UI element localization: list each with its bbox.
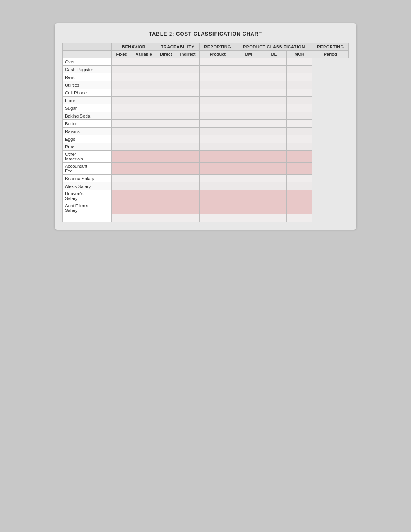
checkbox-cell[interactable] xyxy=(261,182,287,190)
checkbox-cell[interactable] xyxy=(261,190,287,202)
checkbox-cell[interactable] xyxy=(156,97,176,104)
checkbox-cell[interactable] xyxy=(156,175,176,182)
checkbox-cell[interactable] xyxy=(176,182,200,190)
checkbox-cell[interactable] xyxy=(236,97,261,104)
checkbox-cell[interactable] xyxy=(156,66,176,73)
checkbox-cell[interactable] xyxy=(261,163,287,175)
checkbox-cell[interactable] xyxy=(156,120,176,128)
checkbox-cell[interactable] xyxy=(112,214,132,222)
checkbox-cell[interactable] xyxy=(261,135,287,143)
checkbox-cell[interactable] xyxy=(132,190,156,202)
checkbox-cell[interactable] xyxy=(261,104,287,112)
checkbox-cell[interactable] xyxy=(261,58,287,66)
checkbox-cell[interactable] xyxy=(112,81,132,89)
checkbox-cell[interactable] xyxy=(261,143,287,151)
checkbox-cell[interactable] xyxy=(287,120,312,128)
checkbox-cell[interactable] xyxy=(287,151,312,163)
checkbox-cell[interactable] xyxy=(156,112,176,120)
checkbox-cell[interactable] xyxy=(261,112,287,120)
checkbox-cell[interactable] xyxy=(261,66,287,73)
checkbox-cell[interactable] xyxy=(287,190,312,202)
checkbox-cell[interactable] xyxy=(156,214,176,222)
checkbox-cell[interactable] xyxy=(236,175,261,182)
checkbox-cell[interactable] xyxy=(176,128,200,135)
checkbox-cell[interactable] xyxy=(112,97,132,104)
checkbox-cell[interactable] xyxy=(287,163,312,175)
checkbox-cell[interactable] xyxy=(176,104,200,112)
checkbox-cell[interactable] xyxy=(199,73,236,81)
checkbox-cell[interactable] xyxy=(156,163,176,175)
checkbox-cell[interactable] xyxy=(261,97,287,104)
checkbox-cell[interactable] xyxy=(132,97,156,104)
checkbox-cell[interactable] xyxy=(132,112,156,120)
checkbox-cell[interactable] xyxy=(176,190,200,202)
checkbox-cell[interactable] xyxy=(261,89,287,97)
checkbox-cell[interactable] xyxy=(236,163,261,175)
checkbox-cell[interactable] xyxy=(132,214,156,222)
checkbox-cell[interactable] xyxy=(156,104,176,112)
checkbox-cell[interactable] xyxy=(287,104,312,112)
checkbox-cell[interactable] xyxy=(176,89,200,97)
checkbox-cell[interactable] xyxy=(112,202,132,214)
checkbox-cell[interactable] xyxy=(132,135,156,143)
checkbox-cell[interactable] xyxy=(132,163,156,175)
checkbox-cell[interactable] xyxy=(236,120,261,128)
checkbox-cell[interactable] xyxy=(236,151,261,163)
checkbox-cell[interactable] xyxy=(112,163,132,175)
checkbox-cell[interactable] xyxy=(132,81,156,89)
checkbox-cell[interactable] xyxy=(112,58,132,66)
checkbox-cell[interactable] xyxy=(176,143,200,151)
checkbox-cell[interactable] xyxy=(132,175,156,182)
checkbox-cell[interactable] xyxy=(236,135,261,143)
checkbox-cell[interactable] xyxy=(236,81,261,89)
checkbox-cell[interactable] xyxy=(112,151,132,163)
checkbox-cell[interactable] xyxy=(176,175,200,182)
checkbox-cell[interactable] xyxy=(236,143,261,151)
checkbox-cell[interactable] xyxy=(176,73,200,81)
checkbox-cell[interactable] xyxy=(199,182,236,190)
checkbox-cell[interactable] xyxy=(112,89,132,97)
checkbox-cell[interactable] xyxy=(176,112,200,120)
checkbox-cell[interactable] xyxy=(156,182,176,190)
checkbox-cell[interactable] xyxy=(176,97,200,104)
checkbox-cell[interactable] xyxy=(261,214,287,222)
checkbox-cell[interactable] xyxy=(176,135,200,143)
checkbox-cell[interactable] xyxy=(236,214,261,222)
checkbox-cell[interactable] xyxy=(199,112,236,120)
checkbox-cell[interactable] xyxy=(132,143,156,151)
checkbox-cell[interactable] xyxy=(176,214,200,222)
checkbox-cell[interactable] xyxy=(176,81,200,89)
checkbox-cell[interactable] xyxy=(112,104,132,112)
checkbox-cell[interactable] xyxy=(132,89,156,97)
checkbox-cell[interactable] xyxy=(132,104,156,112)
checkbox-cell[interactable] xyxy=(156,89,176,97)
checkbox-cell[interactable] xyxy=(156,58,176,66)
checkbox-cell[interactable] xyxy=(199,81,236,89)
checkbox-cell[interactable] xyxy=(236,190,261,202)
checkbox-cell[interactable] xyxy=(199,190,236,202)
checkbox-cell[interactable] xyxy=(132,73,156,81)
checkbox-cell[interactable] xyxy=(287,112,312,120)
checkbox-cell[interactable] xyxy=(199,135,236,143)
checkbox-cell[interactable] xyxy=(287,143,312,151)
checkbox-cell[interactable] xyxy=(112,190,132,202)
checkbox-cell[interactable] xyxy=(199,104,236,112)
checkbox-cell[interactable] xyxy=(112,66,132,73)
checkbox-cell[interactable] xyxy=(287,81,312,89)
checkbox-cell[interactable] xyxy=(112,73,132,81)
checkbox-cell[interactable] xyxy=(236,112,261,120)
checkbox-cell[interactable] xyxy=(112,120,132,128)
checkbox-cell[interactable] xyxy=(199,143,236,151)
checkbox-cell[interactable] xyxy=(156,190,176,202)
checkbox-cell[interactable] xyxy=(287,202,312,214)
checkbox-cell[interactable] xyxy=(261,73,287,81)
checkbox-cell[interactable] xyxy=(176,120,200,128)
checkbox-cell[interactable] xyxy=(199,202,236,214)
checkbox-cell[interactable] xyxy=(236,128,261,135)
checkbox-cell[interactable] xyxy=(287,128,312,135)
checkbox-cell[interactable] xyxy=(199,128,236,135)
checkbox-cell[interactable] xyxy=(261,202,287,214)
checkbox-cell[interactable] xyxy=(287,97,312,104)
checkbox-cell[interactable] xyxy=(287,175,312,182)
checkbox-cell[interactable] xyxy=(287,73,312,81)
